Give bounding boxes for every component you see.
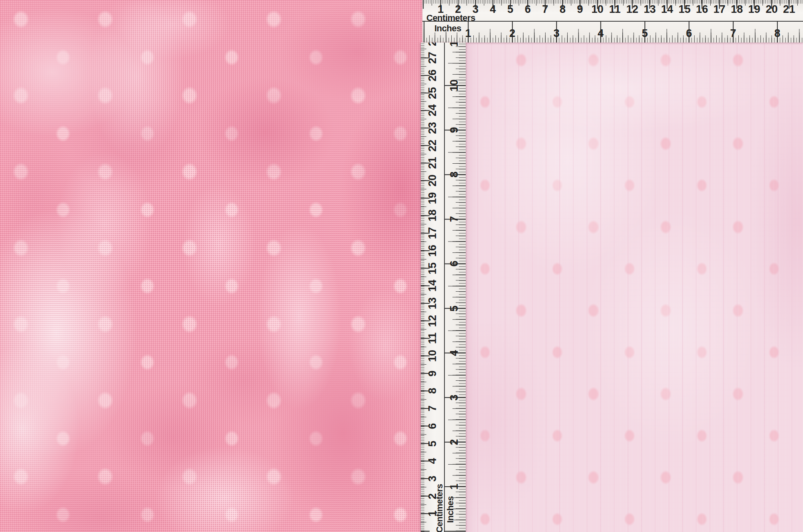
crumpled-tulle-fabric-panel [0,0,424,532]
vertical-ruler: 1234567891011121314151617181920212223242… [421,43,466,532]
flat-fabric-mesh-striation [464,40,803,532]
horizontal-ruler: 123456789101112131415161718192021 Centim… [422,0,803,43]
crumpled-fabric-mesh-texture [0,0,424,532]
vertical-ruler-inch-ticks [444,43,466,532]
fabric-product-photo: 123456789101112131415161718192021 Centim… [0,0,803,532]
horizontal-ruler-inch-ticks [422,21,803,43]
flat-tulle-fabric-panel [464,40,803,532]
